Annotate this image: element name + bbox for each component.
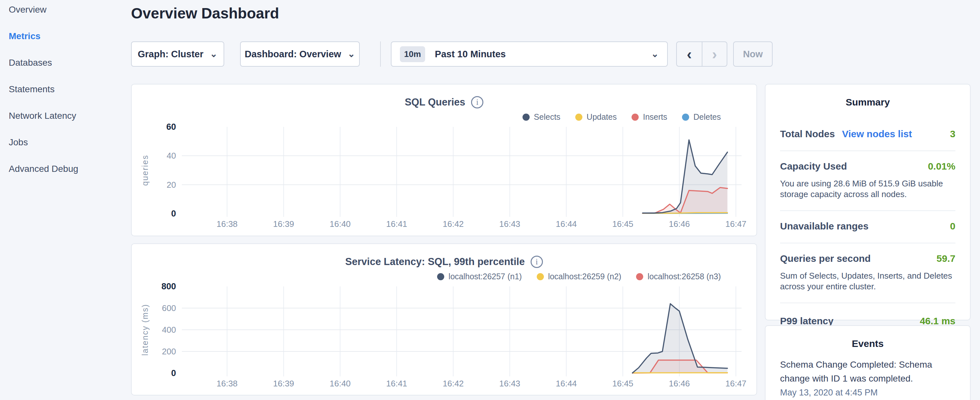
- sql-queries-chart-card: SQL Queries i SelectsUpdatesInsertsDelet…: [131, 84, 757, 236]
- sidebar-item-network-latency[interactable]: Network Latency: [0, 103, 129, 129]
- summary-title: Summary: [780, 97, 955, 108]
- svg-text:16:40: 16:40: [330, 379, 351, 388]
- page-title: Overview Dashboard: [131, 5, 279, 22]
- summary-row-value: 0.01%: [928, 161, 955, 172]
- svg-text:16:45: 16:45: [612, 219, 633, 229]
- summary-row-subtext: You are using 28.6 MiB of 515.9 GiB usab…: [780, 178, 955, 199]
- sidebar: Overview Metrics Databases Statements Ne…: [0, 0, 129, 182]
- dashboard-dropdown-label: Dashboard: Overview: [245, 49, 341, 59]
- summary-row-value: 46.1 ms: [920, 316, 955, 327]
- event-message: Schema Change Completed: Schema change w…: [780, 358, 955, 386]
- svg-text:16:46: 16:46: [669, 379, 690, 388]
- svg-text:16:43: 16:43: [499, 379, 520, 388]
- summary-row-label: Total Nodes: [780, 129, 835, 139]
- svg-text:16:38: 16:38: [216, 219, 237, 229]
- svg-text:16:42: 16:42: [442, 219, 464, 229]
- svg-text:16:41: 16:41: [386, 219, 407, 229]
- summary-row-label: Capacity Used: [780, 161, 847, 172]
- service-latency-chart-card: Service Latency: SQL, 99th percentile i …: [131, 243, 757, 395]
- svg-text:200: 200: [162, 347, 176, 356]
- event-timestamp: May 13, 2020 at 4:45 PM: [780, 388, 955, 398]
- summary-row-value: 59.7: [937, 253, 955, 264]
- svg-text:600: 600: [162, 303, 176, 313]
- svg-text:16:41: 16:41: [386, 379, 407, 388]
- view-nodes-list-link[interactable]: View nodes list: [842, 129, 912, 139]
- graph-dropdown[interactable]: Graph: Cluster ⌄: [131, 41, 224, 67]
- summary-row-total-nodes: Total Nodes View nodes list 3: [780, 108, 955, 151]
- svg-text:16:43: 16:43: [499, 219, 520, 229]
- svg-text:queries: queries: [140, 155, 150, 186]
- graph-dropdown-label: Graph: Cluster: [138, 49, 204, 59]
- chevron-down-icon: ⌄: [210, 49, 217, 59]
- controls-row: Graph: Cluster ⌄ Dashboard: Overview ⌄ 1…: [131, 41, 778, 67]
- svg-text:16:47: 16:47: [725, 379, 746, 388]
- svg-text:16:45: 16:45: [612, 379, 633, 388]
- svg-text:16:40: 16:40: [330, 219, 351, 229]
- svg-text:16:38: 16:38: [216, 379, 237, 388]
- time-range-label: Past 10 Minutes: [435, 49, 506, 59]
- sidebar-item-metrics[interactable]: Metrics: [0, 23, 129, 49]
- event-list-item[interactable]: Schema Change Completed: Schema change w…: [780, 358, 955, 398]
- service-latency-chart[interactable]: 16:3816:3916:4016:4116:4216:4316:4416:45…: [132, 244, 756, 395]
- svg-text:0: 0: [171, 209, 176, 218]
- events-panel: Events Schema Change Completed: Schema c…: [765, 325, 970, 400]
- now-button[interactable]: Now: [733, 41, 773, 67]
- time-range-badge: 10m: [400, 46, 425, 62]
- summary-row-unavailable-ranges: Unavailable ranges 0: [780, 211, 955, 243]
- svg-text:16:42: 16:42: [442, 379, 464, 388]
- svg-text:400: 400: [162, 325, 176, 335]
- time-pager: ‹ ›: [676, 41, 727, 67]
- svg-text:20: 20: [167, 180, 176, 190]
- svg-text:16:39: 16:39: [273, 379, 294, 388]
- summary-row-subtext: Sum of Selects, Updates, Inserts, and De…: [780, 271, 955, 292]
- dashboard-dropdown[interactable]: Dashboard: Overview ⌄: [240, 41, 360, 67]
- sidebar-item-databases[interactable]: Databases: [0, 49, 129, 76]
- divider: [380, 41, 381, 67]
- summary-row-label: Unavailable ranges: [780, 221, 869, 232]
- svg-text:16:39: 16:39: [273, 219, 294, 229]
- sidebar-item-advanced-debug[interactable]: Advanced Debug: [0, 156, 129, 182]
- svg-text:60: 60: [166, 122, 176, 132]
- next-range-button[interactable]: ›: [702, 42, 727, 66]
- summary-row-value: 0: [950, 221, 955, 232]
- prev-range-button[interactable]: ‹: [677, 42, 702, 66]
- summary-row-queries-per-second: Queries per second 59.7 Sum of Selects, …: [780, 243, 955, 303]
- svg-text:16:47: 16:47: [725, 219, 746, 229]
- svg-text:40: 40: [167, 151, 176, 161]
- svg-text:16:46: 16:46: [669, 219, 690, 229]
- svg-text:16:44: 16:44: [556, 379, 577, 388]
- svg-text:0: 0: [171, 368, 176, 378]
- svg-text:16:44: 16:44: [556, 219, 577, 229]
- summary-row-label: Queries per second: [780, 253, 871, 264]
- sidebar-item-jobs[interactable]: Jobs: [0, 129, 129, 156]
- sidebar-item-statements[interactable]: Statements: [0, 76, 129, 103]
- summary-panel: Summary Total Nodes View nodes list 3 Ca…: [765, 84, 970, 320]
- chevron-down-icon: ⌄: [651, 49, 659, 59]
- sql-queries-chart[interactable]: 16:3816:3916:4016:4116:4216:4316:4416:45…: [132, 84, 756, 236]
- events-title: Events: [780, 338, 955, 349]
- svg-text:latency (ms): latency (ms): [140, 304, 150, 356]
- chevron-down-icon: ⌄: [347, 49, 355, 59]
- summary-row-label: P99 latency: [780, 316, 834, 327]
- time-range-selector[interactable]: 10m Past 10 Minutes ⌄: [391, 41, 668, 67]
- summary-row-capacity-used: Capacity Used 0.01% You are using 28.6 M…: [780, 151, 955, 211]
- summary-row-value: 3: [950, 129, 955, 139]
- svg-text:800: 800: [161, 282, 176, 291]
- sidebar-item-overview[interactable]: Overview: [0, 0, 129, 23]
